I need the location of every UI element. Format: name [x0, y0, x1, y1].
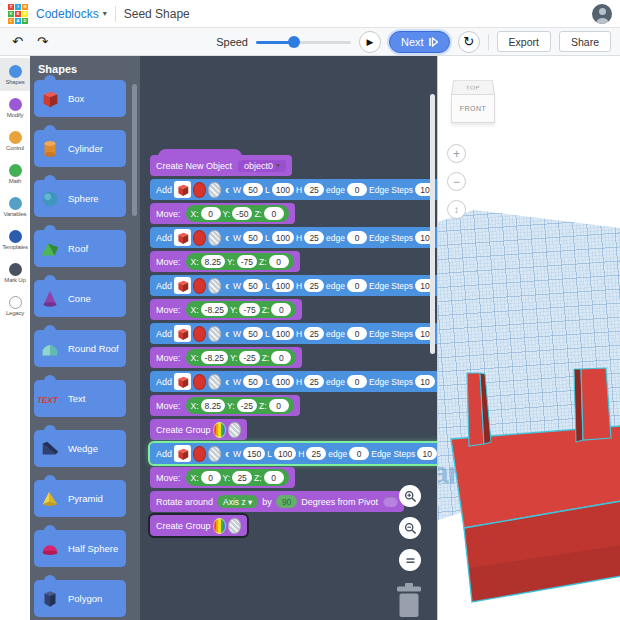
param-edge-field[interactable]: 0 — [347, 327, 367, 340]
sidebar-item-variables[interactable]: Variables — [0, 190, 30, 223]
color-swatch[interactable] — [193, 446, 206, 462]
axis-dropdown[interactable]: Axis z ▾ — [217, 495, 258, 508]
sidebar-item-math[interactable]: Math — [0, 157, 30, 190]
collapse-icon[interactable]: ‹ — [225, 376, 229, 388]
param-edge-field[interactable]: 0 — [347, 279, 367, 292]
shape-slot[interactable] — [174, 277, 191, 294]
sidebar-item-shapes[interactable]: Shapes — [0, 58, 30, 91]
object-dropdown[interactable]: object0▾ — [238, 160, 286, 172]
view-cube-front-face[interactable]: FRONT — [451, 95, 495, 123]
param-x--field[interactable]: -8.25 — [201, 303, 228, 316]
block-move-6[interactable]: Move:X:-8.25Y:-75Z:0 — [150, 299, 302, 320]
degrees-field[interactable]: 90 — [276, 495, 297, 508]
block-create-group-15[interactable]: Create Group — [150, 515, 247, 536]
block-add-9[interactable]: Add‹W50L100H25edge0Edge Steps10 — [150, 371, 437, 392]
fit-view-button[interactable]: ↕ — [447, 200, 466, 219]
speed-slider[interactable] — [256, 35, 351, 49]
slider-track[interactable] — [256, 41, 351, 44]
viewport-zoom-out-button[interactable]: − — [447, 172, 466, 191]
param-l-field[interactable]: 100 — [274, 447, 296, 460]
viewport-3d[interactable]: an TOP FRONT + − ↕ — [437, 56, 620, 620]
block-move-8[interactable]: Move:X:-8.25Y:-25Z:0 — [150, 347, 302, 368]
param-edge-field[interactable]: 0 — [347, 375, 367, 388]
param-z--field[interactable]: 0 — [271, 351, 291, 364]
param-x--field[interactable]: -8.25 — [201, 351, 228, 364]
material-swatch[interactable] — [208, 182, 221, 198]
palette-shape-box[interactable]: Box — [34, 80, 126, 117]
shape-slot[interactable] — [174, 445, 191, 462]
palette-shape-roof[interactable]: Roof — [34, 230, 126, 267]
viewport-zoom-in-button[interactable]: + — [447, 144, 466, 163]
param-w-field[interactable]: 50 — [243, 279, 263, 292]
material-swatch[interactable] — [208, 230, 221, 246]
block-rotate[interactable]: Rotate aroundAxis z ▾by90Degreesfrom Piv… — [150, 491, 404, 512]
slider-thumb[interactable] — [288, 36, 300, 48]
param-l-field[interactable]: 100 — [272, 231, 294, 244]
palette-shape-sphere[interactable]: Sphere — [34, 180, 126, 217]
codeblocks-menu[interactable]: Codeblocks ▾ — [36, 7, 107, 21]
param-z--field[interactable]: 0 — [264, 207, 284, 220]
palette-shape-cylinder[interactable]: Cylinder — [34, 130, 126, 167]
param-w-field[interactable]: 50 — [243, 375, 263, 388]
palette-shape-half-sphere[interactable]: Half Sphere — [34, 530, 126, 567]
material-swatch[interactable] — [228, 422, 241, 438]
color-swatch[interactable] — [193, 374, 206, 390]
param-l-field[interactable]: 100 — [272, 327, 294, 340]
param-edge-field[interactable]: 0 — [349, 447, 369, 460]
block-move-4[interactable]: Move:X:8.25Y:-75Z:0 — [150, 251, 300, 272]
param-x--field[interactable]: 8.25 — [201, 399, 226, 412]
param-h-field[interactable]: 25 — [304, 183, 324, 196]
param-h-field[interactable]: 25 — [304, 279, 324, 292]
redo-button[interactable]: ↷ — [34, 34, 51, 49]
param-l-field[interactable]: 100 — [272, 183, 294, 196]
param-x--field[interactable]: 0 — [201, 471, 221, 484]
zoom-in-button[interactable] — [399, 485, 421, 507]
shape-slot[interactable] — [174, 181, 191, 198]
palette-shape-pyramid[interactable]: Pyramid — [34, 480, 126, 517]
param-w-field[interactable]: 50 — [243, 183, 263, 196]
param-h-field[interactable]: 25 — [306, 447, 326, 460]
collapse-icon[interactable]: ‹ — [225, 280, 229, 292]
palette-shape-text[interactable]: TEXTText — [34, 380, 126, 417]
param-edge-steps-field[interactable]: 10 — [417, 447, 437, 460]
palette-shape-cone[interactable]: Cone — [34, 280, 126, 317]
param-w-field[interactable]: 50 — [243, 231, 263, 244]
palette-scrollbar[interactable] — [132, 84, 137, 216]
block-add-7[interactable]: Add‹W50L100H25edge0Edge Steps10 — [150, 323, 437, 344]
undo-button[interactable]: ↶ — [9, 34, 26, 49]
block-add-12[interactable]: Add‹W150L100H25edge0Edge Steps10 — [150, 443, 437, 464]
param-x--field[interactable]: 0 — [201, 207, 221, 220]
param-y--field[interactable]: -50 — [232, 207, 252, 220]
palette-shape-round-roof[interactable]: Round Roof — [34, 330, 126, 367]
palette-shape-polygon[interactable]: Polygon — [34, 580, 126, 617]
param-z--field[interactable]: 0 — [264, 471, 284, 484]
color-swatch[interactable] — [193, 278, 206, 294]
material-swatch[interactable] — [208, 446, 221, 462]
param-x--field[interactable]: 8.25 — [201, 255, 226, 268]
user-avatar[interactable] — [592, 4, 612, 24]
view-cube-top-face[interactable]: TOP — [451, 80, 495, 95]
param-y--field[interactable]: -75 — [239, 303, 259, 316]
param-edge-field[interactable]: 0 — [347, 231, 367, 244]
material-swatch[interactable] — [208, 278, 221, 294]
param-h-field[interactable]: 25 — [304, 231, 324, 244]
param-y--field[interactable]: -25 — [239, 351, 259, 364]
material-swatch[interactable] — [208, 374, 221, 390]
shape-slot[interactable] — [174, 325, 191, 342]
block-move-13[interactable]: Move:X:0Y:25Z:0 — [150, 467, 295, 488]
block-add-1[interactable]: Add‹W50L100H25edge0Edge Steps10 — [150, 179, 437, 200]
block-move-10[interactable]: Move:X:8.25Y:-25Z:0 — [150, 395, 300, 416]
sidebar-item-modify[interactable]: Modify — [0, 91, 30, 124]
model-shape[interactable] — [438, 56, 620, 620]
block-add-5[interactable]: Add‹W50L100H25edge0Edge Steps10 — [150, 275, 437, 296]
material-swatch[interactable] — [228, 518, 241, 534]
next-button[interactable]: Next — [389, 31, 450, 53]
sidebar-item-control[interactable]: Control — [0, 124, 30, 157]
color-swatch[interactable] — [193, 182, 206, 198]
param-l-field[interactable]: 100 — [272, 279, 294, 292]
sidebar-item-templates[interactable]: Templates — [0, 223, 30, 256]
param-w-field[interactable]: 150 — [243, 447, 265, 460]
param-z--field[interactable]: 0 — [269, 255, 289, 268]
param-y--field[interactable]: 25 — [232, 471, 252, 484]
collapse-icon[interactable]: ‹ — [225, 184, 229, 196]
